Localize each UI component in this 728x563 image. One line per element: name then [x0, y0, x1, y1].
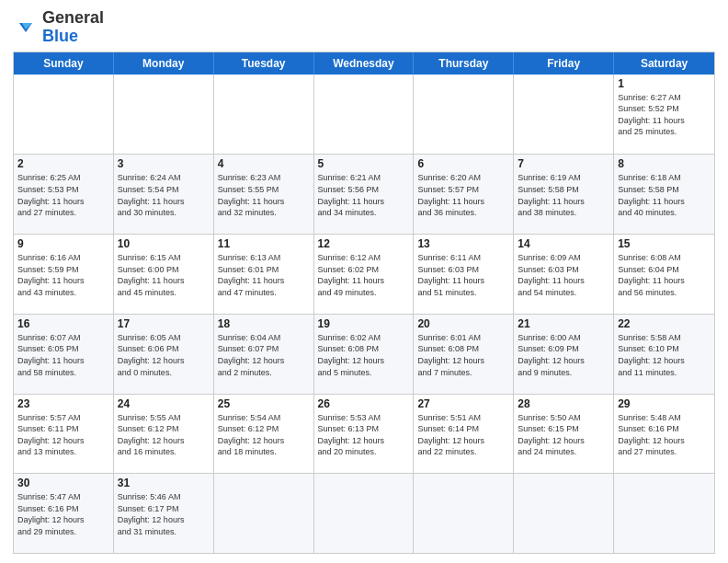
cal-cell: [414, 75, 514, 155]
day-info: Sunrise: 6:25 AMSunset: 5:53 PMDaylight:…: [17, 172, 109, 218]
day-number: 21: [518, 317, 609, 330]
cal-cell: 17Sunrise: 6:05 AMSunset: 6:06 PMDayligh…: [114, 315, 214, 394]
cal-cell: 15Sunrise: 6:08 AMSunset: 6:04 PMDayligh…: [614, 235, 714, 314]
cal-week-3: 9Sunrise: 6:16 AMSunset: 5:59 PMDaylight…: [14, 234, 714, 314]
cal-cell: [414, 474, 514, 553]
day-header-thursday: Thursday: [414, 52, 514, 75]
day-number: 9: [17, 237, 109, 250]
cal-cell: 12Sunrise: 6:12 AMSunset: 6:02 PMDayligh…: [314, 235, 415, 314]
day-number: 4: [218, 157, 310, 170]
day-number: 27: [417, 397, 509, 410]
cal-week-1: 1Sunrise: 6:27 AMSunset: 5:52 PMDaylight…: [14, 75, 714, 155]
day-number: 10: [118, 237, 210, 250]
day-number: 16: [17, 317, 109, 330]
day-number: 30: [17, 477, 109, 489]
day-number: 28: [518, 397, 609, 410]
day-info: Sunrise: 6:13 AMSunset: 6:01 PMDaylight:…: [218, 252, 310, 298]
day-info: Sunrise: 6:07 AMSunset: 6:05 PMDaylight:…: [17, 332, 109, 378]
day-number: 24: [118, 397, 210, 410]
cal-cell: 31Sunrise: 5:46 AMSunset: 6:17 PMDayligh…: [114, 474, 214, 553]
day-info: Sunrise: 5:57 AMSunset: 6:11 PMDaylight:…: [17, 412, 109, 458]
day-number: 17: [118, 317, 210, 330]
logo: General Blue: [13, 9, 104, 46]
logo-general-text: General: [42, 9, 104, 28]
cal-cell: 1Sunrise: 6:27 AMSunset: 5:52 PMDaylight…: [614, 75, 714, 155]
cal-cell: 8Sunrise: 6:18 AMSunset: 5:58 PMDaylight…: [614, 155, 714, 234]
cal-cell: 29Sunrise: 5:48 AMSunset: 6:16 PMDayligh…: [614, 395, 714, 474]
day-number: 23: [17, 397, 109, 410]
cal-cell: 28Sunrise: 5:50 AMSunset: 6:15 PMDayligh…: [514, 395, 614, 474]
cal-cell: 22Sunrise: 5:58 AMSunset: 6:10 PMDayligh…: [614, 315, 714, 394]
day-info: Sunrise: 6:16 AMSunset: 5:59 PMDaylight:…: [17, 252, 109, 298]
cal-cell: [514, 75, 614, 155]
cal-cell: [214, 75, 314, 155]
day-info: Sunrise: 5:51 AMSunset: 6:14 PMDaylight:…: [417, 412, 509, 458]
day-number: 22: [618, 317, 711, 330]
day-number: 19: [318, 317, 410, 330]
cal-cell: [614, 474, 714, 553]
day-info: Sunrise: 5:58 AMSunset: 6:10 PMDaylight:…: [618, 332, 711, 378]
cal-cell: 27Sunrise: 5:51 AMSunset: 6:14 PMDayligh…: [414, 395, 514, 474]
day-number: 1: [618, 77, 711, 90]
cal-week-2: 2Sunrise: 6:25 AMSunset: 5:53 PMDaylight…: [14, 154, 714, 234]
cal-cell: 14Sunrise: 6:09 AMSunset: 6:03 PMDayligh…: [514, 235, 614, 314]
cal-cell: [314, 474, 415, 553]
logo-icon: [13, 15, 39, 40]
cal-cell: [114, 75, 214, 155]
cal-week-5: 23Sunrise: 5:57 AMSunset: 6:11 PMDayligh…: [14, 394, 714, 474]
day-info: Sunrise: 5:46 AMSunset: 6:17 PMDaylight:…: [118, 491, 210, 537]
day-info: Sunrise: 5:50 AMSunset: 6:15 PMDaylight:…: [518, 412, 609, 458]
cal-cell: 9Sunrise: 6:16 AMSunset: 5:59 PMDaylight…: [14, 235, 114, 314]
page: General Blue SundayMondayTuesdayWednesda…: [0, 0, 728, 563]
day-header-tuesday: Tuesday: [214, 52, 314, 75]
day-number: 8: [618, 157, 711, 170]
logo-blue-text: Blue: [42, 28, 104, 46]
day-info: Sunrise: 5:55 AMSunset: 6:12 PMDaylight:…: [118, 412, 210, 458]
cal-cell: 26Sunrise: 5:53 AMSunset: 6:13 PMDayligh…: [314, 395, 415, 474]
cal-cell: 19Sunrise: 6:02 AMSunset: 6:08 PMDayligh…: [314, 315, 415, 394]
cal-cell: 3Sunrise: 6:24 AMSunset: 5:54 PMDaylight…: [114, 155, 214, 234]
calendar-header: SundayMondayTuesdayWednesdayThursdayFrid…: [14, 52, 714, 75]
day-info: Sunrise: 5:47 AMSunset: 6:16 PMDaylight:…: [17, 491, 109, 537]
cal-cell: 23Sunrise: 5:57 AMSunset: 6:11 PMDayligh…: [14, 395, 114, 474]
day-number: 14: [518, 237, 609, 250]
day-number: 5: [318, 157, 410, 170]
day-info: Sunrise: 6:08 AMSunset: 6:04 PMDaylight:…: [618, 252, 711, 298]
day-number: 2: [17, 157, 109, 170]
day-info: Sunrise: 6:27 AMSunset: 5:52 PMDaylight:…: [618, 92, 711, 138]
day-info: Sunrise: 6:21 AMSunset: 5:56 PMDaylight:…: [318, 172, 410, 218]
day-header-wednesday: Wednesday: [314, 52, 415, 75]
calendar: SundayMondayTuesdayWednesdayThursdayFrid…: [13, 52, 715, 554]
day-number: 15: [618, 237, 711, 250]
cal-cell: [514, 474, 614, 553]
header: General Blue: [13, 9, 715, 46]
day-number: 26: [318, 397, 410, 410]
cal-cell: [214, 474, 314, 553]
cal-cell: 11Sunrise: 6:13 AMSunset: 6:01 PMDayligh…: [214, 235, 314, 314]
day-number: 7: [518, 157, 609, 170]
cal-cell: 7Sunrise: 6:19 AMSunset: 5:58 PMDaylight…: [514, 155, 614, 234]
cal-cell: [314, 75, 415, 155]
day-info: Sunrise: 5:48 AMSunset: 6:16 PMDaylight:…: [618, 412, 711, 458]
day-header-saturday: Saturday: [614, 52, 714, 75]
cal-cell: 10Sunrise: 6:15 AMSunset: 6:00 PMDayligh…: [114, 235, 214, 314]
cal-cell: 4Sunrise: 6:23 AMSunset: 5:55 PMDaylight…: [214, 155, 314, 234]
cal-week-6: 30Sunrise: 5:47 AMSunset: 6:16 PMDayligh…: [14, 473, 714, 553]
cal-cell: 24Sunrise: 5:55 AMSunset: 6:12 PMDayligh…: [114, 395, 214, 474]
cal-cell: 20Sunrise: 6:01 AMSunset: 6:08 PMDayligh…: [414, 315, 514, 394]
day-number: 29: [618, 397, 711, 410]
day-info: Sunrise: 6:04 AMSunset: 6:07 PMDaylight:…: [218, 332, 310, 378]
day-info: Sunrise: 5:53 AMSunset: 6:13 PMDaylight:…: [318, 412, 410, 458]
cal-cell: 30Sunrise: 5:47 AMSunset: 6:16 PMDayligh…: [14, 474, 114, 553]
day-info: Sunrise: 6:23 AMSunset: 5:55 PMDaylight:…: [218, 172, 310, 218]
day-info: Sunrise: 6:19 AMSunset: 5:58 PMDaylight:…: [518, 172, 609, 218]
cal-cell: 18Sunrise: 6:04 AMSunset: 6:07 PMDayligh…: [214, 315, 314, 394]
day-header-friday: Friday: [514, 52, 614, 75]
cal-week-4: 16Sunrise: 6:07 AMSunset: 6:05 PMDayligh…: [14, 314, 714, 394]
cal-cell: 13Sunrise: 6:11 AMSunset: 6:03 PMDayligh…: [414, 235, 514, 314]
day-info: Sunrise: 6:02 AMSunset: 6:08 PMDaylight:…: [318, 332, 410, 378]
day-info: Sunrise: 6:20 AMSunset: 5:57 PMDaylight:…: [417, 172, 509, 218]
day-info: Sunrise: 6:00 AMSunset: 6:09 PMDaylight:…: [518, 332, 609, 378]
day-number: 13: [417, 237, 509, 250]
day-info: Sunrise: 6:01 AMSunset: 6:08 PMDaylight:…: [417, 332, 509, 378]
